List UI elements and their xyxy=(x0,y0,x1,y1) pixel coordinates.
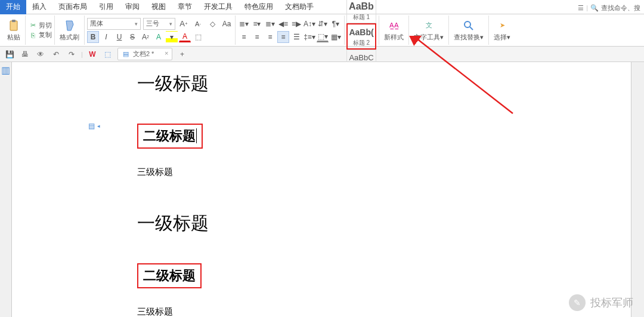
quick-access-bar: 💾 🖶 👁 ↶ ↷ | W ⬚ ▤ 文档2 * × + ☰ | 🔍 查找命令、搜 xyxy=(0,47,644,62)
shading-button[interactable]: ⬚▾ xyxy=(317,32,329,42)
menu-tab-featured[interactable]: 特色应用 xyxy=(239,0,279,14)
sort-button[interactable]: ⇵▾ xyxy=(317,18,329,30)
text-tool-icon: 文 xyxy=(422,19,435,32)
document-tab[interactable]: ▤ 文档2 * × xyxy=(117,48,173,60)
heading1-text-2[interactable]: 一级标题 xyxy=(137,211,631,236)
format-painter-label: 格式刷 xyxy=(60,33,79,42)
find-replace-button[interactable]: 查找替换▾ xyxy=(451,18,486,43)
show-marks-button[interactable]: ¶▾ xyxy=(330,18,342,30)
number-list-button[interactable]: ≡▾ xyxy=(251,18,263,30)
highlight-button[interactable]: ▾ xyxy=(166,31,178,43)
save-button[interactable]: 💾 xyxy=(4,48,16,60)
svg-rect-0 xyxy=(10,21,17,30)
nav-pane-icon[interactable]: ▥ xyxy=(1,64,10,76)
svg-point-2 xyxy=(465,21,470,27)
phonetic-button[interactable]: A↕▾ xyxy=(304,18,315,30)
copy-icon: ⎘ xyxy=(28,30,38,40)
paste-button[interactable]: 粘贴 xyxy=(5,18,23,43)
multilevel-list-button[interactable]: ≣▾ xyxy=(264,18,276,30)
font-size-select[interactable]: 三号 xyxy=(143,18,175,30)
font-color-button[interactable]: A xyxy=(179,32,191,42)
heading2-text[interactable]: 二级标题 xyxy=(143,128,197,143)
decrease-font-button[interactable]: A- xyxy=(192,18,204,30)
menu-tab-layout[interactable]: 页面布局 xyxy=(52,0,93,14)
watermark-text: 投标军师 xyxy=(590,296,633,310)
heading2-highlight: 二级标题 xyxy=(137,124,203,149)
svg-rect-1 xyxy=(12,20,16,22)
line-spacing-button[interactable]: ‡≡▾ xyxy=(304,31,315,43)
new-style-icon: A̲A̲ xyxy=(388,19,401,32)
char-shading-button[interactable]: ⬚ xyxy=(192,31,204,43)
scissors-icon: ✂ xyxy=(28,21,38,30)
ribbon: 粘贴 ✂剪切 ⎘复制 格式刷 黑体 三号 A+ A- ◇ Aa B I U S … xyxy=(0,14,644,47)
copy-button[interactable]: ⎘复制 xyxy=(28,30,52,40)
change-case-button[interactable]: Aa xyxy=(221,18,233,30)
pointer-icon: ➤ xyxy=(496,19,509,32)
strike-button[interactable]: S xyxy=(126,31,138,43)
collapse-ribbon-icon[interactable]: ☰ xyxy=(578,4,584,12)
align-left-button[interactable]: ≡ xyxy=(238,31,250,43)
redo-button[interactable]: ↷ xyxy=(66,48,78,60)
svg-line-3 xyxy=(470,27,473,30)
menu-bar: 开始 插入 页面布局 引用 审阅 视图 章节 开发工具 特色应用 文档助手 xyxy=(0,0,644,14)
cube-icon[interactable]: ⬚ xyxy=(102,48,114,60)
text-effects-button[interactable]: A xyxy=(153,31,165,43)
search-commands-icon: 🔍 xyxy=(590,4,599,12)
paste-label: 粘贴 xyxy=(7,33,20,42)
cut-button[interactable]: ✂剪切 xyxy=(28,21,52,30)
menu-tab-dev[interactable]: 开发工具 xyxy=(198,0,239,14)
preview-button[interactable]: 👁 xyxy=(35,48,47,60)
close-tab-button[interactable]: × xyxy=(165,50,168,57)
menu-tab-chapter[interactable]: 章节 xyxy=(172,0,198,14)
align-justify-button[interactable]: ≡ xyxy=(277,31,289,43)
clear-format-button[interactable]: ◇ xyxy=(206,18,218,30)
new-style-button[interactable]: A̲A̲ 新样式 xyxy=(382,18,406,43)
align-center-button[interactable]: ≡ xyxy=(251,31,263,43)
watermark-icon: ✎ xyxy=(569,294,586,311)
search-commands-placeholder[interactable]: 查找命令、搜 xyxy=(601,4,640,13)
styles-gallery: AaBbCcDd正文 AaBb标题 1 AaBb(标题 2 AaBbC标题 3 … xyxy=(345,16,379,45)
increase-font-button[interactable]: A+ xyxy=(178,18,190,30)
wps-icon[interactable]: W xyxy=(86,48,98,60)
style-heading2[interactable]: AaBb(标题 2 xyxy=(346,23,376,50)
paragraph-settings-icon[interactable]: ▤ ◂ xyxy=(88,122,100,130)
bold-button[interactable]: B xyxy=(87,31,99,43)
search-icon xyxy=(462,19,475,32)
superscript-button[interactable]: A2 xyxy=(140,31,151,43)
workspace: ▥ ▤ ◂ 一级标题 二级标题 三级标题 一级标题 二级标题 三级标题 xyxy=(0,62,644,317)
underline-button[interactable]: U xyxy=(113,31,125,43)
style-heading1[interactable]: AaBb标题 1 xyxy=(346,0,376,23)
menu-tab-references[interactable]: 引用 xyxy=(93,0,119,14)
text-tool-button[interactable]: 文 文字工具▾ xyxy=(411,18,446,43)
bullet-list-button[interactable]: ≣▾ xyxy=(238,18,250,30)
decrease-indent-button[interactable]: ◀≡ xyxy=(277,18,289,30)
menu-tab-review[interactable]: 审阅 xyxy=(119,0,145,14)
distribute-button[interactable]: ☰ xyxy=(290,31,302,43)
doc-icon: ▤ xyxy=(123,50,129,57)
heading2-highlight-2: 二级标题 xyxy=(137,263,202,288)
undo-button[interactable]: ↶ xyxy=(50,48,62,60)
heading2-text-2[interactable]: 二级标题 xyxy=(143,268,196,283)
heading3-text[interactable]: 三级标题 xyxy=(137,167,631,178)
font-family-select[interactable]: 黑体 xyxy=(87,18,141,30)
select-button[interactable]: ➤ 选择▾ xyxy=(491,18,513,43)
borders-button[interactable]: ▦▾ xyxy=(330,31,342,43)
new-tab-button[interactable]: + xyxy=(176,48,188,60)
document-page[interactable]: ▤ ◂ 一级标题 二级标题 三级标题 一级标题 二级标题 三级标题 xyxy=(12,62,631,317)
italic-button[interactable]: I xyxy=(100,31,112,43)
left-gutter: ▥ xyxy=(0,62,12,317)
watermark: ✎ 投标军师 xyxy=(569,294,633,311)
menu-tab-view[interactable]: 视图 xyxy=(145,0,172,14)
increase-indent-button[interactable]: ≡▶ xyxy=(290,18,302,30)
right-gutter xyxy=(631,62,644,317)
align-right-button[interactable]: ≡ xyxy=(264,31,276,43)
format-painter-button[interactable]: 格式刷 xyxy=(57,18,82,43)
menu-tab-insert[interactable]: 插入 xyxy=(26,0,52,14)
menu-tab-home[interactable]: 开始 xyxy=(0,0,26,14)
heading3-text-2[interactable]: 三级标题 xyxy=(137,306,631,317)
menu-tab-doc-helper[interactable]: 文档助手 xyxy=(279,0,320,14)
heading1-text[interactable]: 一级标题 xyxy=(137,72,631,96)
print-button[interactable]: 🖶 xyxy=(19,48,31,60)
